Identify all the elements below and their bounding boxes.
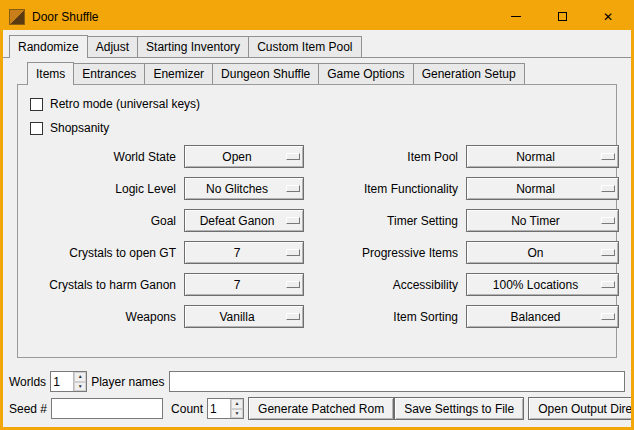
retro-mode-label: Retro mode (universal keys) xyxy=(50,97,200,111)
spin-down-icon[interactable]: ▼ xyxy=(231,409,243,419)
player-names-label: Player names xyxy=(91,375,164,389)
seed-label: Seed # xyxy=(9,402,47,416)
maximize-button[interactable] xyxy=(539,3,585,30)
count-spin-arrows: ▲ ▼ xyxy=(230,399,243,418)
accessibility-dropdown[interactable]: 100% Locations xyxy=(466,273,619,296)
dropdown-indicator-icon xyxy=(286,281,300,288)
dropdown-indicator-icon xyxy=(601,217,615,224)
retro-mode-row: Retro mode (universal keys) xyxy=(30,97,608,111)
goal-label: Goal xyxy=(28,214,176,228)
minimize-icon xyxy=(511,16,521,17)
tab-entrances[interactable]: Entrances xyxy=(74,63,145,84)
tab-adjust[interactable]: Adjust xyxy=(88,36,138,57)
timer-setting-label: Timer Setting xyxy=(312,214,458,228)
worlds-input[interactable] xyxy=(51,372,73,391)
spin-down-icon[interactable]: ▼ xyxy=(74,382,86,392)
crystals-harm-ganon-value: 7 xyxy=(191,278,283,292)
generation-row: Seed # Count ▲ ▼ Generate Patched Rom Sa… xyxy=(9,396,625,421)
accessibility-value: 100% Locations xyxy=(473,278,598,292)
tab-game-options[interactable]: Game Options xyxy=(319,63,413,84)
weapons-dropdown[interactable]: Vanilla xyxy=(184,305,304,328)
spin-up-icon[interactable]: ▲ xyxy=(231,399,243,409)
dropdown-indicator-icon xyxy=(286,249,300,256)
tab-dungeon-shuffle[interactable]: Dungeon Shuffle xyxy=(213,63,319,84)
retro-mode-checkbox[interactable] xyxy=(30,98,43,111)
close-button[interactable]: ✕ xyxy=(585,3,631,30)
timer-setting-value: No Timer xyxy=(473,214,598,228)
main-tab-bar: Randomize Adjust Starting Inventory Cust… xyxy=(3,30,631,57)
worlds-label: Worlds xyxy=(9,375,46,389)
weapons-value: Vanilla xyxy=(191,310,283,324)
shopsanity-label: Shopsanity xyxy=(50,121,109,135)
item-sorting-value: Balanced xyxy=(473,310,598,324)
tab-enemizer[interactable]: Enemizer xyxy=(145,63,213,84)
dropdown-indicator-icon xyxy=(286,153,300,160)
dropdown-indicator-icon xyxy=(601,185,615,192)
tab-custom-item-pool[interactable]: Custom Item Pool xyxy=(249,36,361,57)
tab-randomize[interactable]: Randomize xyxy=(9,35,88,58)
tab-generation-setup[interactable]: Generation Setup xyxy=(414,63,525,84)
app-icon xyxy=(9,9,25,25)
window: Door Shuffle ✕ Randomize Adjust Starting… xyxy=(0,0,634,430)
crystals-harm-ganon-label: Crystals to harm Ganon xyxy=(28,278,176,292)
item-sorting-dropdown[interactable]: Balanced xyxy=(466,305,619,328)
item-pool-dropdown[interactable]: Normal xyxy=(466,145,619,168)
multiworld-row: Worlds ▲ ▼ Player names xyxy=(9,369,625,394)
open-output-directory-button[interactable]: Open Output Directory xyxy=(528,397,634,420)
dropdown-indicator-icon xyxy=(601,281,615,288)
generate-patched-rom-button[interactable]: Generate Patched Rom xyxy=(248,397,394,420)
item-functionality-value: Normal xyxy=(473,182,598,196)
randomize-pane: Items Entrances Enemizer Dungeon Shuffle… xyxy=(3,57,631,364)
dropdown-indicator-icon xyxy=(286,313,300,320)
item-pool-value: Normal xyxy=(473,150,598,164)
minimize-button[interactable] xyxy=(493,3,539,30)
tab-starting-inventory[interactable]: Starting Inventory xyxy=(138,36,249,57)
titlebar: Door Shuffle ✕ xyxy=(3,3,631,30)
worlds-spin-arrows: ▲ ▼ xyxy=(73,372,86,391)
goal-dropdown[interactable]: Defeat Ganon xyxy=(184,209,304,232)
dropdown-indicator-icon xyxy=(601,313,615,320)
crystals-open-gt-label: Crystals to open GT xyxy=(28,246,176,260)
window-controls: ✕ xyxy=(493,3,631,30)
options-grid: World State Open Item Pool Normal Logic … xyxy=(28,145,608,328)
crystals-open-gt-value: 7 xyxy=(191,246,283,260)
spin-up-icon[interactable]: ▲ xyxy=(74,372,86,382)
progressive-items-value: On xyxy=(473,246,598,260)
progressive-items-dropdown[interactable]: On xyxy=(466,241,619,264)
maximize-icon xyxy=(558,12,567,21)
tab-items[interactable]: Items xyxy=(27,62,74,85)
item-sorting-label: Item Sorting xyxy=(312,310,458,324)
goal-value: Defeat Ganon xyxy=(191,214,283,228)
item-functionality-dropdown[interactable]: Normal xyxy=(466,177,619,200)
accessibility-label: Accessibility xyxy=(312,278,458,292)
logic-level-value: No Glitches xyxy=(191,182,283,196)
items-pane: Retro mode (universal keys) Shopsanity W… xyxy=(17,84,617,358)
logic-level-dropdown[interactable]: No Glitches xyxy=(184,177,304,200)
window-title: Door Shuffle xyxy=(32,10,493,24)
worlds-spinbox: ▲ ▼ xyxy=(50,371,87,392)
count-label: Count xyxy=(171,402,203,416)
dropdown-indicator-icon xyxy=(286,185,300,192)
world-state-value: Open xyxy=(191,150,283,164)
bottom-frame: Worlds ▲ ▼ Player names Seed # Count ▲ xyxy=(3,364,631,427)
crystals-open-gt-dropdown[interactable]: 7 xyxy=(184,241,304,264)
item-pool-label: Item Pool xyxy=(312,150,458,164)
player-names-input[interactable] xyxy=(169,371,626,392)
dropdown-indicator-icon xyxy=(286,217,300,224)
count-spinbox: ▲ ▼ xyxy=(207,398,244,419)
shopsanity-row: Shopsanity xyxy=(30,121,608,135)
weapons-label: Weapons xyxy=(28,310,176,324)
world-state-label: World State xyxy=(28,150,176,164)
dropdown-indicator-icon xyxy=(601,249,615,256)
seed-input[interactable] xyxy=(51,398,163,419)
progressive-items-label: Progressive Items xyxy=(312,246,458,260)
shopsanity-checkbox[interactable] xyxy=(30,122,43,135)
save-settings-button[interactable]: Save Settings to File xyxy=(394,397,524,420)
timer-setting-dropdown[interactable]: No Timer xyxy=(466,209,619,232)
logic-level-label: Logic Level xyxy=(28,182,176,196)
close-icon: ✕ xyxy=(603,11,613,23)
count-input[interactable] xyxy=(208,399,230,418)
crystals-harm-ganon-dropdown[interactable]: 7 xyxy=(184,273,304,296)
world-state-dropdown[interactable]: Open xyxy=(184,145,304,168)
sub-tab-bar: Items Entrances Enemizer Dungeon Shuffle… xyxy=(17,58,617,84)
